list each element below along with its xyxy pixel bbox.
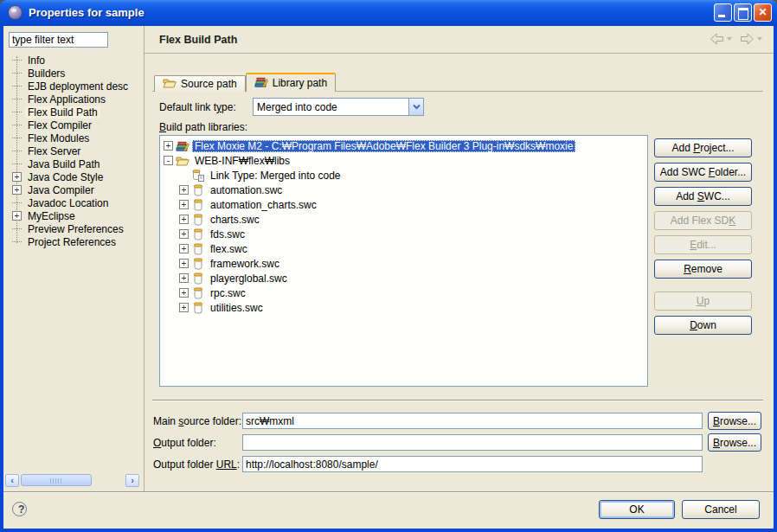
expand-expander-icon[interactable]: + [179,200,189,209]
sidebar-hscrollbar[interactable]: ‹ › [5,473,139,487]
field-row: Output folder URL: [153,453,764,475]
sidebar-item-java-compiler[interactable]: +Java Compiler [5,183,142,196]
minimize-button[interactable] [714,3,732,22]
down-button[interactable]: Down [654,316,752,335]
window-menu-icon[interactable] [8,5,22,20]
expand-expander-icon[interactable]: + [179,259,189,268]
sidebar-item-flex-applications[interactable]: Flex Applications [5,93,142,106]
scrollbar-thumb[interactable] [21,474,92,486]
output-folder-url-input[interactable] [242,456,703,472]
browse-button[interactable]: Browse... [708,412,761,430]
expand-expander-icon[interactable]: + [179,215,189,224]
swc-jar-icon [191,183,205,197]
expand-expander-icon[interactable]: + [12,211,22,221]
library-tree-row[interactable]: +playerglobal.swc [160,271,647,285]
sidebar-item-label: Info [25,54,48,67]
library-tree-row[interactable]: +flex.swc [160,241,647,256]
main-source-folder-input[interactable] [242,413,703,429]
expand-expander-icon[interactable]: + [179,288,189,298]
expand-expander-icon[interactable]: + [179,303,189,312]
library-tree-row[interactable]: +rpc.swc [160,285,647,300]
sidebar-item-label: Java Compiler [25,184,97,196]
build-path-tree: +Flex Moxie M2 - C:₩Program Files₩Adobe₩… [159,135,648,387]
tree-connector [12,112,22,112]
sidebar-item-flex-compiler[interactable]: Flex Compiler [5,119,142,131]
library-tree-row[interactable]: +automation_charts.swc [160,197,647,212]
sidebar-item-ejb-deployment-desc[interactable]: EJB deployment desc [5,80,142,93]
expand-expander-icon[interactable]: + [164,141,173,151]
swc-jar-icon [191,272,205,285]
expand-expander-icon[interactable]: + [179,244,189,253]
library-tree-label: rpc.swc [208,287,248,299]
add-flex-sdk-button[interactable]: Add Flex SDK [654,211,752,230]
expand-expander-icon[interactable]: + [179,229,189,239]
tree-connector [12,73,22,74]
library-icon [176,139,189,153]
ok-button[interactable]: OK [599,500,675,519]
tree-connector [12,228,22,229]
library-tree-row[interactable]: +charts.swc [160,212,647,227]
cancel-button[interactable]: Cancel [682,500,760,519]
category-tree: InfoBuildersEJB deployment descFlex Appl… [5,54,142,251]
sidebar-item-label: Flex Compiler [25,119,94,131]
library-tree-row[interactable]: +framework.swc [160,256,647,271]
sidebar-divider [144,26,144,491]
output-folder-input[interactable] [242,434,703,451]
tab-source-path[interactable]: Source path [154,75,246,92]
expand-expander-icon[interactable]: + [179,185,189,195]
sidebar-item-myeclipse[interactable]: +MyEclipse [5,209,142,222]
collapse-expander-icon[interactable]: - [164,156,173,165]
sidebar-item-flex-server[interactable]: Flex Server [5,144,142,157]
edit-button[interactable]: Edit... [654,235,752,254]
close-button[interactable]: ✕ [754,3,772,22]
sidebar-item-flex-modules[interactable]: Flex Modules [5,131,142,144]
sidebar-item-javadoc-location[interactable]: Javadoc Location [5,196,142,209]
back-arrow-icon[interactable] [710,33,724,45]
expand-expander-icon[interactable]: + [179,273,189,283]
scroll-right-arrow-icon[interactable]: › [125,474,139,487]
sidebar-item-builders[interactable]: Builders [5,67,142,80]
sidebar-item-project-references[interactable]: Project References [5,235,142,248]
add-project-button[interactable]: Add Project... [654,138,752,157]
maximize-button[interactable] [734,3,752,22]
tree-connector [12,60,22,61]
scroll-left-arrow-icon[interactable]: ‹ [5,474,19,487]
sidebar-item-info[interactable]: Info [5,54,142,67]
library-tree-label: fds.swc [208,228,247,240]
expand-expander-icon[interactable]: + [12,172,22,182]
library-tree-row[interactable]: +fds.swc [160,227,647,241]
library-tree-row[interactable]: +automation.swc [160,183,647,197]
help-button[interactable]: ? [12,502,27,516]
library-tree-row[interactable]: +utilities.swc [160,300,647,315]
swc-jar-icon [191,198,205,212]
header-divider [144,53,774,54]
main-source-folder-label: Main source folder: [153,415,242,427]
library-tree-row[interactable]: -WEB-INF₩flex₩libs [160,153,647,168]
sidebar-item-label: MyEclipse [25,210,78,222]
output-folder-url-label: Output folder URL: [153,458,242,471]
tab-library-path[interactable]: Library path [246,73,336,92]
tree-connector [12,86,22,87]
sidebar-item-java-build-path[interactable]: Java Build Path [5,157,142,170]
sidebar-item-preview-preferences[interactable]: Preview Preferences [5,222,142,235]
sidebar-item-java-code-style[interactable]: +Java Code Style [5,170,142,183]
tab-label: Library path [273,77,327,89]
open-folder-icon [176,154,189,168]
browse-button[interactable]: Browse... [708,433,761,452]
library-tree-row[interactable]: +Flex Moxie M2 - C:₩Program Files₩Adobe₩… [160,138,647,153]
forward-arrow-icon[interactable] [740,33,755,45]
expand-expander-icon[interactable]: + [12,185,22,195]
combo-dropdown-button[interactable] [408,99,423,115]
add-swc-button[interactable]: Add SWC... [654,187,752,206]
library-tree-row[interactable]: Link Type: Merged into code [160,168,647,183]
filter-input[interactable] [9,32,108,48]
add-swc-folder-button[interactable]: Add SWC Folder... [654,163,752,182]
up-button[interactable]: Up [654,292,752,311]
library-tree-label: charts.swc [208,214,262,226]
field-row: Main source folder:Browse... [153,410,764,432]
remove-button[interactable]: Remove [654,260,752,279]
sidebar-item-flex-build-path[interactable]: Flex Build Path [5,106,142,119]
forward-history-caret-icon[interactable] [757,37,762,41]
default-link-type-select[interactable]: Merged into code [253,98,424,116]
back-history-caret-icon[interactable] [727,37,732,41]
